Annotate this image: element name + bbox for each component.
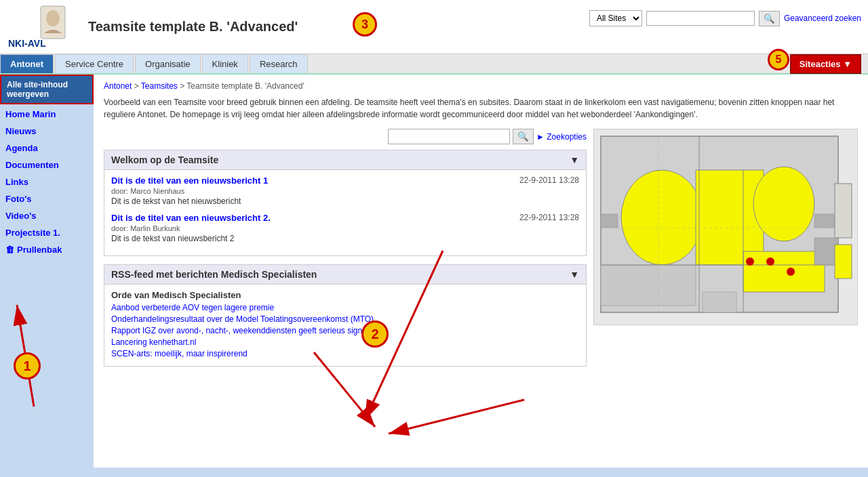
tab-antonet[interactable]: Antonet xyxy=(0,54,54,73)
breadcrumb: Antonet > Teamsites > Teamsite template … xyxy=(104,81,858,91)
sidebar-item-nieuws[interactable]: Nieuws xyxy=(0,123,94,140)
svg-rect-30 xyxy=(835,245,852,278)
news-item-2-title[interactable]: Dit is de titel van een nieuwsbericht 2. xyxy=(111,213,271,223)
rss-link-2[interactable]: Onderhandelingsresultaat over de Model T… xyxy=(111,314,579,324)
nav-tabs: Antonet Service Centre Organisatie Klini… xyxy=(0,54,868,75)
news-item-2-author: door: Marlin Burkunk xyxy=(111,224,579,232)
rss-content: Orde van Medisch Specialisten Aanbod ver… xyxy=(104,285,586,366)
annotation-5: 5 xyxy=(768,49,789,70)
annotation-3: 3 xyxy=(353,12,377,37)
site-select[interactable]: All Sites xyxy=(589,10,642,26)
floor-plan xyxy=(593,129,858,325)
zoek-opties-link[interactable]: ► Zoekopties xyxy=(536,132,587,142)
rss-section-header: RSS-feed met berichten Medisch Specialis… xyxy=(104,265,586,285)
search-area: All Sites 🔍 Geavanceerd zoeken xyxy=(589,10,861,26)
svg-point-1 xyxy=(46,10,60,26)
siteacties-button[interactable]: Siteacties ▼ xyxy=(790,54,861,74)
sidebar-item-documenten[interactable]: Documenten xyxy=(0,157,94,173)
annotation-2: 2 xyxy=(361,320,389,348)
svg-point-22 xyxy=(766,257,774,266)
svg-rect-13 xyxy=(696,170,764,265)
welkom-dropdown-icon[interactable]: ▼ xyxy=(570,154,579,165)
right-panel xyxy=(593,129,858,375)
advanced-search-link[interactable]: Geavanceerd zoeken xyxy=(784,14,861,23)
intro-text: Voorbeeld van een Teamsite voor breed ge… xyxy=(104,96,858,121)
news-item-2-text: Dit is de tekst van nieuwsbericht 2 xyxy=(111,234,579,243)
rss-link-5[interactable]: SCEN-arts: moeilijk, maar inspirerend xyxy=(111,349,579,358)
svg-rect-15 xyxy=(743,251,825,292)
sidebar-item-links[interactable]: Links xyxy=(0,173,94,190)
news-item-1-author: door: Marco Nienhaus xyxy=(111,187,579,195)
breadcrumb-antonet[interactable]: Antonet xyxy=(104,81,132,91)
svg-rect-17 xyxy=(703,292,736,312)
recycle-icon: 🗑 xyxy=(5,245,14,255)
search-button[interactable]: 🔍 xyxy=(759,11,780,26)
search-input[interactable] xyxy=(646,11,755,26)
sidebar-item-agenda[interactable]: Agenda xyxy=(0,140,94,157)
content-area: Antonet > Teamsites > Teamsite template … xyxy=(94,75,868,468)
svg-text:NKI-AVL: NKI-AVL xyxy=(8,38,46,49)
sidebar-item-fotos[interactable]: Foto's xyxy=(0,190,94,207)
svg-rect-16 xyxy=(601,265,696,306)
rss-dropdown-icon[interactable]: ▼ xyxy=(570,269,579,280)
sidebar: Alle site-inhoud weergeven Home Marin Ni… xyxy=(0,75,94,468)
rss-section: RSS-feed met berichten Medisch Specialis… xyxy=(104,264,587,367)
svg-line-9 xyxy=(389,400,524,434)
news-item-2: Dit is de titel van een nieuwsbericht 2.… xyxy=(111,213,579,243)
tab-kliniek[interactable]: Kliniek xyxy=(202,54,248,73)
sidebar-item-prullenbak[interactable]: 🗑 Prullenbak xyxy=(0,241,94,258)
site-title: Teamsite template B. 'Advanced' xyxy=(88,19,298,35)
rss-link-3[interactable]: Rapport IGZ over avond-, nacht-, weekend… xyxy=(111,326,579,335)
sidebar-highlight[interactable]: Alle site-inhoud weergeven xyxy=(0,75,94,104)
logo-area: NKI-AVL xyxy=(7,5,68,49)
main-layout: Alle site-inhoud weergeven Home Marin Ni… xyxy=(0,75,868,468)
breadcrumb-teamsites[interactable]: Teamsites xyxy=(141,81,178,91)
tab-research[interactable]: Research xyxy=(250,54,308,73)
annotation-1: 1 xyxy=(14,352,41,379)
sidebar-item-home-marin[interactable]: Home Marin xyxy=(0,106,94,123)
tab-service-centre[interactable]: Service Centre xyxy=(55,54,134,73)
content-search-bar: 🔍 ► Zoekopties xyxy=(104,129,587,144)
news-item-1-title[interactable]: Dit is de titel van een nieuwsbericht 1 xyxy=(111,175,268,186)
sidebar-item-videos[interactable]: Video's xyxy=(0,207,94,224)
content-and-right: 🔍 ► Zoekopties Welkom op de Teamsite ▼ D… xyxy=(104,129,858,375)
svg-point-23 xyxy=(787,268,795,276)
welkom-content: Dit is de titel van een nieuwsbericht 1 … xyxy=(104,170,586,255)
tab-organisatie[interactable]: Organisatie xyxy=(135,54,200,73)
rss-link-4[interactable]: Lancering kenhethart.nl xyxy=(111,337,579,347)
svg-rect-24 xyxy=(601,214,618,228)
welkom-section: Welkom op de Teamsite ▼ Dit is de titel … xyxy=(104,150,587,256)
rss-link-1[interactable]: Aanbod verbeterde AOV tegen lagere premi… xyxy=(111,303,579,312)
floor-plan-svg xyxy=(594,129,858,325)
news-item-1-text: Dit is de tekst van het nieuwsbericht xyxy=(111,196,579,206)
svg-rect-29 xyxy=(835,184,852,238)
news-item-1-row: Dit is de titel van een nieuwsbericht 1 … xyxy=(111,175,579,186)
svg-point-21 xyxy=(746,257,754,266)
svg-point-14 xyxy=(753,167,814,241)
main-content: 🔍 ► Zoekopties Welkom op de Teamsite ▼ D… xyxy=(104,129,587,375)
news-item-1-date: 22-9-2011 13:28 xyxy=(519,175,579,185)
svg-point-12 xyxy=(621,170,703,265)
welkom-section-header: Welkom op de Teamsite ▼ xyxy=(104,150,586,170)
rss-title: RSS-feed met berichten Medisch Specialis… xyxy=(111,269,317,280)
nki-logo: NKI-AVL xyxy=(7,5,68,49)
breadcrumb-current: Teamsite template B. 'Advanced' xyxy=(186,81,304,91)
news-item-1: Dit is de titel van een nieuwsbericht 1 … xyxy=(111,175,579,206)
content-search-button[interactable]: 🔍 xyxy=(513,129,534,144)
news-item-2-row: Dit is de titel van een nieuwsbericht 2.… xyxy=(111,213,579,223)
news-item-2-date: 22-9-2011 13:28 xyxy=(519,213,579,222)
page-header: NKI-AVL Teamsite template B. 'Advanced' … xyxy=(0,0,868,54)
rss-subtitle: Orde van Medisch Specialisten xyxy=(111,290,579,300)
welkom-title: Welkom op de Teamsite xyxy=(111,154,218,165)
sidebar-item-projectsite[interactable]: Projectsite 1. xyxy=(0,224,94,241)
content-search-input[interactable] xyxy=(388,129,510,144)
